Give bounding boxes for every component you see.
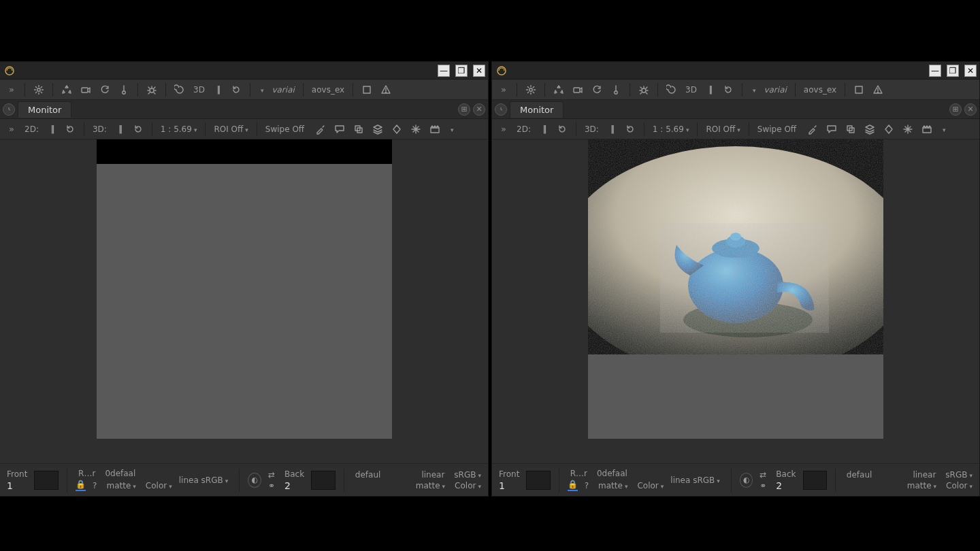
color-dropdown-1[interactable]: Color bbox=[143, 481, 175, 490]
front-swatch[interactable] bbox=[526, 471, 550, 490]
layers-icon[interactable] bbox=[370, 122, 386, 137]
clapper-dropdown[interactable] bbox=[938, 124, 949, 134]
tab-close-button[interactable]: ✕ bbox=[473, 103, 485, 116]
recycle-icon[interactable] bbox=[59, 82, 75, 97]
clapper-icon[interactable] bbox=[919, 122, 935, 137]
frame-icon[interactable] bbox=[359, 82, 375, 97]
dropdown-caret[interactable] bbox=[256, 85, 267, 95]
zoom-ratio-dropdown[interactable]: 1 : 5.69 bbox=[650, 124, 692, 134]
swipe-toggle[interactable]: Swipe Off bbox=[755, 124, 799, 134]
window-minimize-button[interactable]: — bbox=[929, 65, 941, 77]
settings-icon[interactable] bbox=[31, 82, 47, 97]
link-icon[interactable]: ⚭ bbox=[265, 481, 278, 490]
comment-icon[interactable] bbox=[331, 122, 348, 137]
warning-icon[interactable] bbox=[870, 82, 886, 97]
lock-icon[interactable]: 🔒 bbox=[568, 480, 578, 491]
refresh-small-icon[interactable] bbox=[228, 82, 244, 97]
copy-icon[interactable] bbox=[843, 122, 859, 137]
window-close-button[interactable]: ✕ bbox=[964, 65, 977, 77]
sparkle-icon[interactable] bbox=[900, 122, 916, 137]
window-minimize-button[interactable]: — bbox=[438, 65, 450, 77]
render-viewport[interactable] bbox=[0, 139, 488, 463]
tab-history-button[interactable] bbox=[3, 103, 15, 116]
frame-icon[interactable] bbox=[851, 82, 867, 97]
linear-srgb-dropdown-1[interactable]: linea sRGB bbox=[668, 475, 722, 485]
spiral-icon[interactable] bbox=[172, 82, 188, 97]
refresh-3d-icon[interactable] bbox=[130, 122, 146, 137]
render-viewport[interactable] bbox=[492, 139, 979, 463]
link-icon[interactable]: ⚭ bbox=[757, 481, 769, 490]
clapper-icon[interactable] bbox=[427, 122, 443, 137]
warning-icon[interactable] bbox=[378, 82, 394, 97]
linear-srgb-dropdown-1[interactable]: linea sRGB bbox=[176, 475, 231, 485]
color-dropdown-1[interactable]: Color bbox=[634, 481, 666, 490]
pause-3d-button-2[interactable]: || bbox=[112, 122, 127, 137]
lock-icon[interactable]: 🔒 bbox=[76, 480, 86, 491]
tab-monitor[interactable]: Monitor bbox=[18, 101, 71, 118]
sparkle-icon[interactable] bbox=[408, 122, 424, 137]
bug-icon[interactable] bbox=[636, 82, 652, 97]
color-dropdown-2[interactable]: Color bbox=[452, 481, 484, 490]
refresh-small-icon[interactable] bbox=[720, 82, 736, 97]
eyedropper-icon[interactable] bbox=[804, 122, 821, 137]
copy-icon[interactable] bbox=[350, 122, 367, 137]
refresh-3d-icon[interactable] bbox=[622, 122, 638, 137]
tab-history-button[interactable] bbox=[495, 103, 507, 116]
tab-add-button[interactable]: ⊞ bbox=[458, 103, 470, 116]
refresh-icon[interactable] bbox=[97, 82, 113, 97]
overflow-chevron-2[interactable]: » bbox=[496, 122, 511, 137]
srgb2-dropdown[interactable]: sRGB bbox=[451, 470, 484, 480]
pause-3d-button-2[interactable]: || bbox=[604, 122, 619, 137]
overflow-chevron-2[interactable]: » bbox=[4, 122, 19, 137]
eyedropper-icon[interactable] bbox=[312, 122, 329, 137]
zoom-ratio-dropdown[interactable]: 1 : 5.69 bbox=[158, 124, 200, 134]
temperature-icon[interactable] bbox=[608, 82, 624, 97]
dropdown-caret[interactable] bbox=[748, 85, 759, 95]
diamond-icon[interactable] bbox=[881, 122, 897, 137]
tab-add-button[interactable]: ⊞ bbox=[949, 103, 962, 116]
settings-icon[interactable] bbox=[523, 82, 539, 97]
pause-2d-button[interactable]: || bbox=[44, 122, 59, 137]
camera-icon[interactable] bbox=[78, 82, 94, 97]
layers-icon[interactable] bbox=[862, 122, 878, 137]
pause-2d-button[interactable]: || bbox=[536, 122, 551, 137]
tab-monitor[interactable]: Monitor bbox=[510, 101, 564, 118]
refresh-2d-icon[interactable] bbox=[554, 122, 570, 137]
recycle-icon[interactable] bbox=[551, 82, 567, 97]
refresh-2d-icon[interactable] bbox=[62, 122, 78, 137]
overflow-chevron[interactable]: » bbox=[4, 82, 19, 97]
camera-icon[interactable] bbox=[570, 82, 586, 97]
swap-icon[interactable]: ⇄ bbox=[757, 470, 769, 480]
spiral-icon[interactable] bbox=[664, 82, 680, 97]
swap-icon[interactable]: ⇄ bbox=[265, 470, 278, 480]
color-dropdown-2[interactable]: Color bbox=[943, 481, 975, 490]
aovs-dropdown[interactable]: aovs_ex bbox=[309, 85, 347, 95]
roi-dropdown[interactable]: ROI Off bbox=[703, 124, 742, 134]
overflow-chevron[interactable]: » bbox=[496, 82, 511, 97]
tab-close-button[interactable]: ✕ bbox=[964, 103, 977, 116]
bug-icon[interactable] bbox=[144, 82, 160, 97]
roi-dropdown[interactable]: ROI Off bbox=[211, 124, 250, 134]
yin-yang-icon[interactable]: ◐ bbox=[248, 473, 261, 488]
aovs-dropdown[interactable]: aovs_ex bbox=[801, 85, 839, 95]
pause-3d-button[interactable]: || bbox=[210, 82, 225, 97]
matte-dropdown-2[interactable]: matte bbox=[904, 481, 939, 490]
swipe-toggle[interactable]: Swipe Off bbox=[263, 124, 307, 134]
clapper-dropdown[interactable] bbox=[446, 124, 457, 134]
window-maximize-button[interactable]: ❐ bbox=[455, 65, 468, 77]
back-swatch[interactable] bbox=[311, 471, 336, 490]
matte-dropdown-2[interactable]: matte bbox=[413, 481, 448, 490]
temperature-icon[interactable] bbox=[116, 82, 132, 97]
matte-dropdown-1[interactable]: matte bbox=[103, 481, 138, 490]
refresh-icon[interactable] bbox=[589, 82, 605, 97]
window-close-button[interactable]: ✕ bbox=[473, 65, 485, 77]
variant-dropdown[interactable]: variai bbox=[269, 85, 297, 95]
front-swatch[interactable] bbox=[34, 471, 59, 490]
srgb2-dropdown[interactable]: sRGB bbox=[943, 470, 975, 480]
diamond-icon[interactable] bbox=[389, 122, 405, 137]
comment-icon[interactable] bbox=[823, 122, 840, 137]
matte-dropdown-1[interactable]: matte bbox=[595, 481, 630, 490]
pause-3d-button[interactable]: || bbox=[702, 82, 717, 97]
variant-dropdown[interactable]: variai bbox=[761, 85, 789, 95]
window-maximize-button[interactable]: ❐ bbox=[947, 65, 959, 77]
